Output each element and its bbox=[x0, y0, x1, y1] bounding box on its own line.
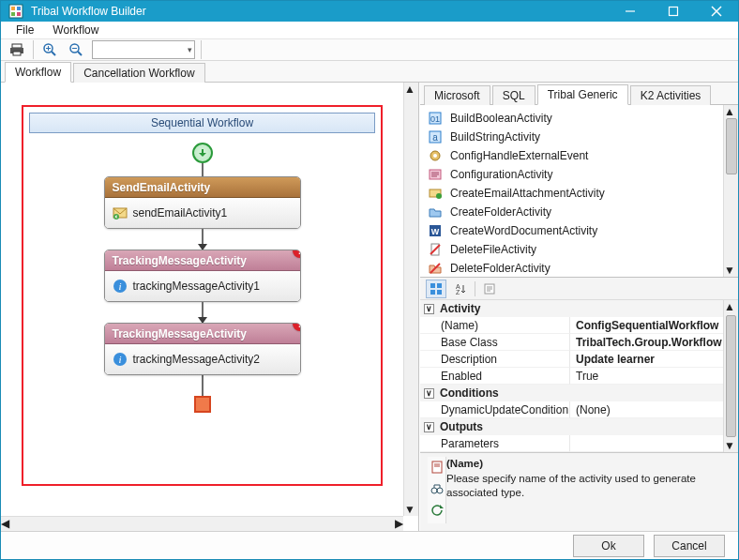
selection-rect: Sequential Workflow SendEmailActivity se… bbox=[22, 105, 383, 486]
designer-pane: Sequential Workflow SendEmailActivity se… bbox=[1, 83, 419, 531]
cancel-button[interactable]: Cancel bbox=[654, 535, 725, 557]
prop-value[interactable]: (None) bbox=[570, 401, 723, 418]
svg-point-33 bbox=[436, 193, 442, 199]
prop-value[interactable]: Update learner bbox=[570, 351, 723, 368]
propgrid-category: Outputs bbox=[440, 420, 483, 433]
canvas-scrollbar-h[interactable]: ◀▶ bbox=[1, 516, 403, 531]
toolbox-tab-sql[interactable]: SQL bbox=[492, 85, 535, 105]
folder-icon bbox=[428, 204, 443, 219]
help-panel: (Name) Please specify name of the activi… bbox=[420, 452, 738, 531]
svg-rect-42 bbox=[437, 290, 442, 295]
svg-rect-11 bbox=[13, 52, 21, 55]
propgrid-category: Conditions bbox=[440, 386, 499, 400]
activity-tracking-2[interactable]: ! TrackingMessageActivity i trackingMess… bbox=[104, 323, 301, 375]
toolbox-tab-k2[interactable]: K2 Activities bbox=[630, 85, 712, 105]
info-icon: i bbox=[113, 352, 128, 367]
toolbox-item[interactable]: DeleteFileActivity bbox=[422, 240, 721, 259]
svg-text:01: 01 bbox=[430, 114, 440, 124]
svg-rect-1 bbox=[11, 7, 15, 10]
chevron-down-icon: ▾ bbox=[188, 45, 192, 54]
refresh-icon[interactable] bbox=[430, 504, 444, 520]
prop-key: Enabled bbox=[420, 368, 570, 385]
toolbox-tab-microsoft[interactable]: Microsoft bbox=[424, 85, 490, 105]
propgrid-alpha-button[interactable]: AZ bbox=[450, 280, 471, 298]
collapse-icon[interactable]: ∨ bbox=[424, 422, 434, 432]
activity-type-label: TrackingMessageActivity bbox=[105, 324, 300, 344]
tab-cancellation[interactable]: Cancellation Workflow bbox=[73, 63, 205, 83]
svg-rect-9 bbox=[12, 44, 22, 48]
sequential-workflow-header[interactable]: Sequential Workflow bbox=[29, 113, 375, 133]
binoculars-icon[interactable] bbox=[430, 482, 444, 498]
toolbox-item[interactable]: CreateEmailAttachmentActivity bbox=[422, 184, 721, 203]
zoom-combo[interactable]: ▾ bbox=[92, 40, 195, 59]
collapse-icon[interactable]: ∨ bbox=[424, 388, 434, 399]
tab-workflow[interactable]: Workflow bbox=[5, 62, 71, 83]
end-node[interactable] bbox=[194, 396, 211, 413]
help-name: (Name) bbox=[446, 457, 731, 472]
prop-key: Parameters bbox=[420, 435, 570, 452]
help-iconbar bbox=[428, 457, 446, 523]
toolbox-tabs: Microsoft SQL Tribal Generic K2 Activiti… bbox=[420, 83, 738, 105]
ok-button[interactable]: Ok bbox=[573, 535, 644, 557]
svg-text:Z: Z bbox=[456, 289, 460, 295]
propgrid-scrollbar[interactable]: ▲▼ bbox=[723, 300, 738, 452]
propgrid-pages-button[interactable] bbox=[479, 280, 500, 298]
designer-canvas[interactable]: Sequential Workflow SendEmailActivity se… bbox=[1, 83, 403, 516]
toolbox-item[interactable]: DeleteFolderActivity bbox=[422, 259, 721, 277]
property-grid[interactable]: ∨Activity (Name)ConfigSequentialWorkflow… bbox=[420, 300, 738, 452]
folder-delete-icon bbox=[428, 261, 443, 276]
canvas-scrollbar-v[interactable]: ▲▼ bbox=[403, 83, 418, 516]
propgrid-category: Activity bbox=[440, 302, 480, 315]
svg-rect-41 bbox=[430, 290, 435, 295]
activity-type-label: TrackingMessageActivity bbox=[105, 250, 300, 271]
svg-rect-4 bbox=[17, 12, 21, 16]
toolbox-tab-tribal[interactable]: Tribal Generic bbox=[537, 84, 628, 105]
doc-icon[interactable] bbox=[430, 461, 444, 477]
start-node[interactable] bbox=[192, 143, 213, 163]
svg-rect-40 bbox=[437, 283, 442, 288]
zoom-in-button[interactable] bbox=[39, 39, 60, 60]
toolbox-scrollbar[interactable]: ▲ ▼ bbox=[723, 105, 738, 277]
toolbox-item[interactable]: CreateFolderActivity bbox=[422, 203, 721, 221]
app-window: Tribal Workflow Builder File Workflow ▾ … bbox=[0, 0, 739, 560]
right-pane: Microsoft SQL Tribal Generic K2 Activiti… bbox=[419, 83, 738, 531]
toolbox-item[interactable]: ConfigurationActivity bbox=[422, 165, 721, 184]
prop-key: (Name) bbox=[420, 317, 570, 334]
toolbox-item[interactable]: WCreateWordDocumentActivity bbox=[422, 221, 721, 240]
info-icon: i bbox=[113, 279, 128, 294]
svg-rect-2 bbox=[17, 7, 21, 10]
prop-value[interactable] bbox=[570, 435, 723, 452]
svg-text:W: W bbox=[431, 227, 440, 236]
toolbox-item[interactable]: ConfigHandleExternalEvent bbox=[422, 146, 721, 165]
activity-instance-label: sendEmailActivity1 bbox=[133, 206, 228, 219]
minimize-button[interactable] bbox=[609, 1, 652, 22]
prop-value[interactable]: True bbox=[570, 368, 723, 385]
menubar: File Workflow bbox=[1, 22, 738, 39]
close-button[interactable] bbox=[695, 1, 738, 22]
propgrid-categorized-button[interactable] bbox=[426, 280, 446, 298]
config-icon bbox=[428, 167, 443, 182]
collapse-icon[interactable]: ∨ bbox=[424, 304, 434, 314]
zoom-out-button[interactable] bbox=[66, 39, 86, 60]
titlebar: Tribal Workflow Builder bbox=[1, 1, 738, 22]
dialog-buttons: Ok Cancel bbox=[1, 531, 738, 559]
svg-rect-3 bbox=[11, 12, 15, 16]
window-title: Tribal Workflow Builder bbox=[31, 5, 609, 18]
menu-workflow[interactable]: Workflow bbox=[43, 22, 108, 38]
svg-rect-39 bbox=[430, 283, 435, 288]
prop-value[interactable]: ConfigSequentialWorkflow bbox=[570, 317, 723, 334]
prop-value[interactable]: TribalTech.Group.Workflow bbox=[570, 334, 723, 351]
print-button[interactable] bbox=[7, 39, 27, 60]
svg-line-17 bbox=[78, 52, 82, 55]
maximize-button[interactable] bbox=[652, 1, 695, 22]
prop-key: Description bbox=[420, 351, 570, 368]
activity-type-label: SendEmailActivity bbox=[105, 177, 300, 198]
menu-file[interactable]: File bbox=[7, 22, 43, 38]
mail-icon bbox=[113, 205, 128, 220]
activity-tracking-1[interactable]: ! TrackingMessageActivity i trackingMess… bbox=[104, 250, 301, 302]
toolbox-list: 01BuildBooleanActivity aBuildStringActiv… bbox=[420, 105, 738, 278]
activity-sendemail[interactable]: SendEmailActivity sendEmailActivity1 bbox=[104, 176, 301, 229]
activity-instance-label: trackingMessageActivity1 bbox=[133, 280, 260, 293]
toolbox-item[interactable]: 01BuildBooleanActivity bbox=[422, 109, 721, 128]
toolbox-item[interactable]: aBuildStringActivity bbox=[422, 128, 721, 146]
